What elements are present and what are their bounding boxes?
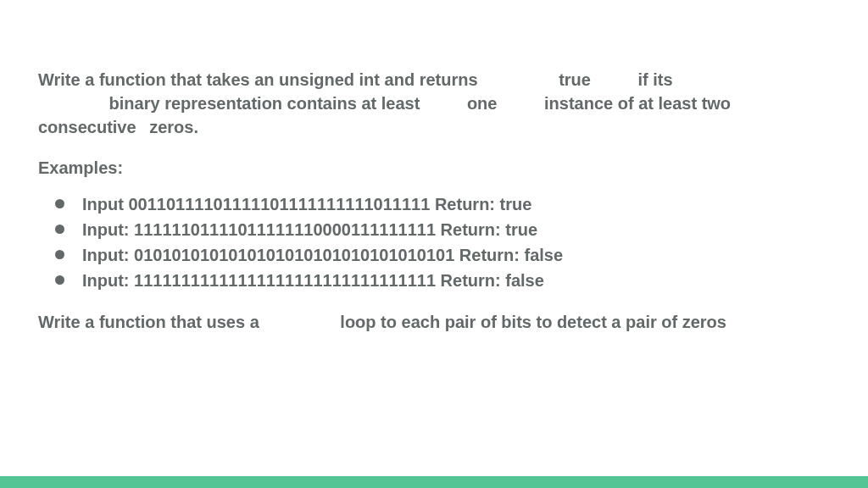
problem-statement: Write a function that takes an unsigned … xyxy=(38,68,830,139)
text-fragment: zeros. xyxy=(149,118,198,136)
text-fragment: binary representation contains at least xyxy=(109,94,420,113)
list-item: Input: 010101010101010101010101010101010… xyxy=(55,242,830,268)
text-fragment: true xyxy=(559,70,591,89)
text-fragment: Write a function that takes an unsigned … xyxy=(38,70,478,89)
list-item: Input: 11111111111111111111111111111111 … xyxy=(55,268,830,293)
list-item: Input: 11111101111011111110000111111111 … xyxy=(55,217,830,242)
text-fragment: if its xyxy=(638,70,673,89)
footer-accent-bar xyxy=(0,476,868,488)
examples-list: Input 00110111101111101111111111011111 R… xyxy=(38,191,830,293)
examples-heading: Examples: xyxy=(38,156,830,180)
slide-body: Write a function that takes an unsigned … xyxy=(0,0,868,334)
text-fragment: Write a function that uses a xyxy=(38,313,259,331)
text-fragment: one xyxy=(467,94,498,113)
list-item: Input 00110111101111101111111111011111 R… xyxy=(55,191,830,217)
instruction-statement: Write a function that uses a loop to eac… xyxy=(38,310,830,334)
text-fragment: loop to each pair of bits to detect a pa… xyxy=(340,313,726,331)
